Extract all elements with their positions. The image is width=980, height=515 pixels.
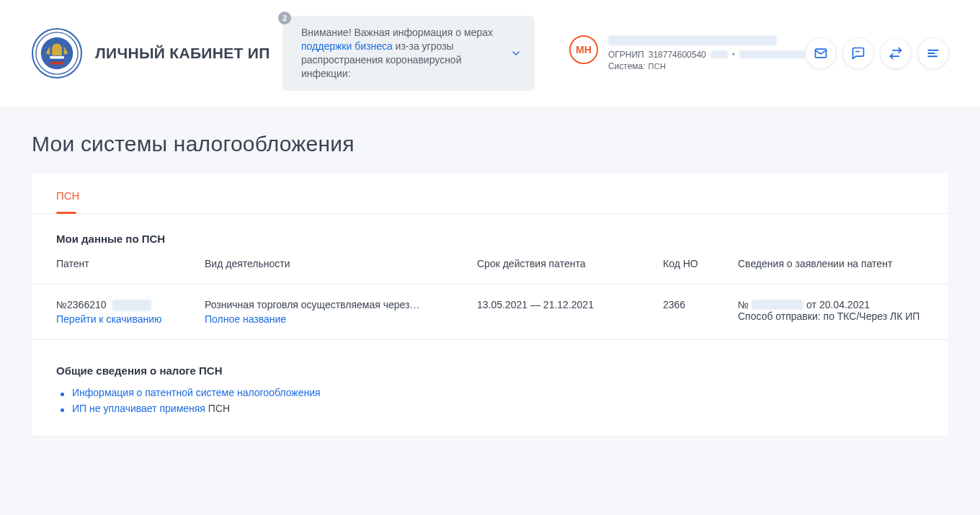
col-patent: Патент [56,258,205,269]
patent-number-redacted [112,300,151,311]
svg-rect-3 [50,59,63,62]
general-list: Информация о патентной системе налогообл… [56,387,924,414]
info-link[interactable]: Информация о патентной системе налогообл… [72,387,321,398]
page-title: Мои системы налогообложения [32,132,948,156]
user-system: Система:ПСН [608,61,806,71]
table-header: Патент Вид деятельности Срок действия па… [56,258,924,284]
tab-psn[interactable]: ПСН [56,189,79,213]
tabs: ПСН [32,174,948,214]
user-name-redacted [608,35,777,45]
general-section: Общие сведения о налоге ПСН Информация о… [32,346,948,436]
patent-number: №2366210 [56,299,107,310]
col-validity: Срок действия патента [477,258,663,269]
notice-prefix: Внимание! Важная информация о мерах [301,27,493,38]
notice-count-badge: 2 [278,12,291,24]
cell-no-code: 2366 [663,299,738,310]
ogrnip-value: 318774600540 [649,50,706,60]
header-actions [806,38,948,68]
cell-patent: №2366210 Перейти к скачиванию [56,299,205,325]
app-date-prefix: от [806,299,816,310]
logo-block: ЛИЧНЫЙ КАБИНЕТ ИП [32,28,282,79]
section-title-prefix: Мои данные по [56,233,142,245]
ip-not-pay-link[interactable]: ИП не уплачивает применяя [72,403,208,414]
notice-text: Внимание! Важная информация о мерах подд… [301,26,496,81]
app-prefix: № [738,299,749,310]
application-number-redacted [752,300,803,310]
cell-application: № от 20.04.2021 Способ отправки: по ТКС/… [738,299,924,322]
ip-not-pay-prefix: ИП не уплачивает применяя [72,403,208,414]
psn-data-section: Мои данные по ПСН Патент Вид деятельност… [32,214,948,346]
menu-icon[interactable] [918,38,948,68]
ip-not-pay-psn: ПСН [208,403,230,414]
table-body: №2366210 Перейти к скачиванию Розничная … [32,284,948,340]
cell-validity: 13.05.2021 — 21.12.2021 [477,299,663,310]
separator-dot: • [732,50,735,60]
app-method-value: по ТКС/Через ЛК ИП [824,310,920,322]
user-ids: ОГРНИП 318774600540 • [608,50,806,60]
cell-activity: Розничная торговля осуществляемая через…… [205,299,477,325]
app-title: ЛИЧНЫЙ КАБИНЕТ ИП [95,45,270,62]
table-row: №2366210 Перейти к скачиванию Розничная … [56,285,924,339]
page: Мои системы налогообложения ПСН Мои данн… [0,107,980,460]
inn-redacted [739,50,806,58]
state-emblem-icon [32,28,82,79]
section-title: Мои данные по ПСН [56,233,924,245]
general-title-em: ПСН [199,364,222,377]
mail-icon[interactable] [806,38,836,68]
ogrnip-redacted-tail [710,50,728,58]
chevron-down-icon[interactable] [509,46,523,61]
full-name-link[interactable]: Полное название [205,313,286,325]
user-info: ОГРНИП 318774600540 • Система:ПСН [608,35,806,71]
avatar[interactable]: МН [569,35,598,64]
activity-text: Розничная торговля осуществляемая через… [205,299,419,310]
system-value: ПСН [649,62,667,71]
general-title: Общие сведения о налоге ПСН [56,364,924,377]
chat-icon[interactable] [843,38,873,68]
notice-banner: 2 Внимание! Важная информация о мерах по… [282,16,535,91]
col-application: Сведения о заявлении на патент [738,258,924,269]
notice-link[interactable]: поддержки бизнеса [301,40,393,52]
svg-rect-2 [50,56,63,59]
patent-number-wrap: №2366210 [56,299,107,310]
col-no-code: Код НО [663,258,738,269]
application-method-line: Способ отправки: по ТКС/Через ЛК ИП [738,310,924,322]
col-activity: Вид деятельности [205,258,477,269]
download-link[interactable]: Перейти к скачиванию [56,313,162,325]
system-label: Система: [608,61,646,71]
list-item: Информация о патентной системе налогообл… [56,387,924,398]
app-method-label: Способ отправки: [738,310,824,322]
swap-icon[interactable] [881,38,911,68]
ogrnip-label: ОГРНИП [608,50,644,60]
user-block: МН ОГРНИП 318774600540 • Система:ПСН [569,35,806,71]
header: ЛИЧНЫЙ КАБИНЕТ ИП 2 Внимание! Важная инф… [0,0,980,107]
application-number-line: № от 20.04.2021 [738,299,924,310]
tax-card: ПСН Мои данные по ПСН Патент Вид деятель… [32,174,948,436]
svg-rect-4 [50,61,63,64]
app-date: 20.04.2021 [819,299,870,310]
general-title-prefix: Общие сведения о налоге [56,364,199,377]
section-title-em: ПСН [142,233,165,245]
list-item: ИП не уплачивает применяя ПСН [56,403,924,414]
